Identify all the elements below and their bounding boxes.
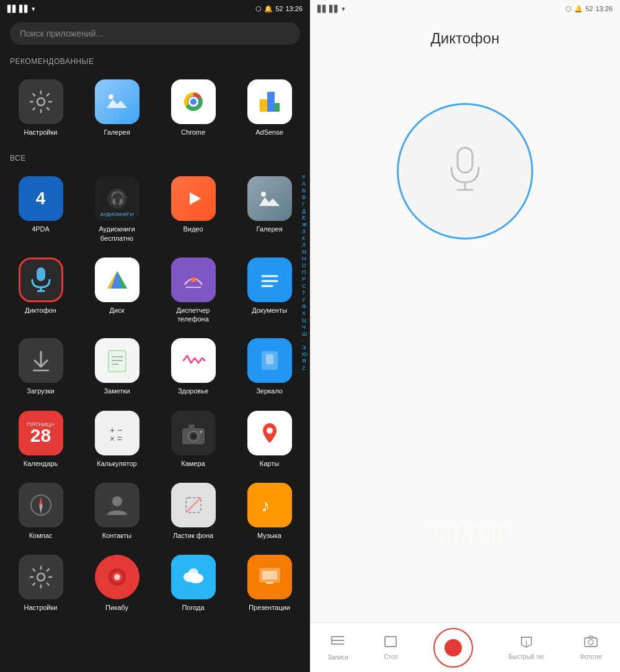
- app-icon-health: [171, 338, 216, 383]
- app-item-settings-rec[interactable]: Настройки: [5, 74, 76, 141]
- signal-icons-left: ▋▋ ▋▋ ▾: [7, 5, 35, 13]
- app-icon-contacts: [95, 483, 140, 527]
- svg-rect-30: [188, 424, 195, 428]
- app-icon-presentations: [247, 555, 292, 599]
- app-icon-audiobooks: 🎧 АУДИОКНИГИ: [95, 176, 140, 221]
- status-bar-left: ▋▋ ▋▋ ▾ ⬡ 🔔 52 13:26: [0, 0, 310, 17]
- app-item-video[interactable]: Видео: [157, 171, 229, 248]
- app-item-adsense[interactable]: AdSense: [234, 74, 305, 141]
- dictophone-panel: ▋▋ ▋▋ ▾ ⬡ 🔔 52 13:26 Диктофон androi: [310, 0, 620, 672]
- app-label-dictophone: Диктофон: [25, 306, 56, 315]
- app-item-music[interactable]: ♪ Музыка: [234, 478, 305, 545]
- svg-text:×  =: × =: [110, 434, 122, 444]
- app-item-maps[interactable]: Карты: [234, 406, 305, 473]
- app-icon-4pda: 4: [19, 176, 63, 221]
- app-item-contacts[interactable]: Контакты: [81, 478, 153, 545]
- app-label-mirror: Зеркало: [256, 387, 283, 395]
- mic-circle-outer: [397, 103, 533, 240]
- records-icon: [330, 634, 345, 652]
- app-item-dictophone[interactable]: Диктофон: [5, 253, 76, 329]
- svg-point-29: [190, 433, 197, 439]
- svg-point-4: [190, 99, 197, 105]
- nav-item-stop[interactable]: Стоп: [383, 635, 398, 660]
- time-right: 13:26: [595, 5, 613, 12]
- app-item-presentations[interactable]: Презентации: [234, 550, 305, 617]
- svg-point-47: [188, 568, 198, 578]
- app-item-chrome[interactable]: Chrome: [157, 74, 229, 141]
- app-item-dispatcher[interactable]: Диспетчер телефона: [157, 253, 229, 329]
- app-item-disk[interactable]: Диск: [81, 253, 153, 329]
- app-icon-calc: + − × =: [95, 411, 140, 455]
- svg-point-44: [114, 574, 120, 580]
- nav-item-quick-tag[interactable]: Быстрый тег: [508, 635, 544, 660]
- app-item-settings2[interactable]: Настройки: [5, 550, 76, 617]
- app-label-maps: Карты: [260, 459, 279, 468]
- nav-item-records[interactable]: Записи: [327, 634, 348, 661]
- app-item-docs[interactable]: Документы: [234, 253, 305, 329]
- photo-tag-label: Фототег: [580, 653, 602, 660]
- app-item-mirror[interactable]: Зеркало: [234, 333, 305, 400]
- app-icon-calendar: пятница 28: [19, 411, 63, 455]
- svg-rect-58: [385, 637, 396, 647]
- app-label-presentations: Презентации: [249, 603, 290, 612]
- alarm-icon-left: 🔔: [264, 5, 273, 13]
- app-item-health[interactable]: Здоровье: [157, 333, 229, 400]
- record-dot: [445, 639, 462, 656]
- app-item-calc[interactable]: + − × = Калькулятор: [81, 406, 153, 473]
- status-right-icons-left: ⬡ 🔔 52 13:26: [255, 5, 303, 13]
- search-placeholder: Поиск приложений...: [20, 29, 103, 38]
- bottom-navigation: Записи Стоп Быстрый тег: [310, 622, 620, 672]
- app-label-gallery2: Галерея: [256, 225, 282, 233]
- app-icon-video: [171, 176, 216, 221]
- app-icon-pikaby: [95, 555, 140, 599]
- app-icon-gallery-rec: [95, 79, 140, 124]
- app-icon-compass: [19, 483, 63, 527]
- signal-strength-left: ▋▋ ▋▋: [7, 5, 29, 13]
- mic-circle-area[interactable]: [391, 97, 539, 246]
- app-label-weather: Погода: [182, 603, 204, 612]
- wifi-icon-left: ▾: [32, 5, 35, 13]
- app-label-downloads: Загрузки: [27, 387, 54, 395]
- app-label-camera: Камера: [181, 459, 205, 468]
- app-item-notes[interactable]: Заметки: [81, 333, 153, 400]
- battery-left: 52: [275, 5, 283, 12]
- app-item-audiobooks[interactable]: 🎧 АУДИОКНИГИ Аудиокниги бесплатно: [81, 171, 153, 248]
- app-search-bar[interactable]: Поиск приложений...: [10, 22, 300, 45]
- svg-rect-24: [266, 354, 273, 364]
- app-item-calendar[interactable]: пятница 28 Календарь: [5, 406, 76, 473]
- app-item-gallery-rec[interactable]: Галерея: [81, 74, 153, 141]
- app-icon-gallery2: [247, 176, 292, 221]
- svg-point-61: [588, 640, 593, 645]
- app-item-weather[interactable]: Погода: [157, 550, 229, 617]
- app-label-notes: Заметки: [104, 387, 130, 395]
- svg-text:♪: ♪: [261, 496, 270, 515]
- time-left: 13:26: [285, 5, 303, 12]
- app-item-compass[interactable]: Компас: [5, 478, 76, 545]
- app-icon-settings-rec: [19, 79, 63, 124]
- app-icon-disk: [95, 258, 140, 302]
- app-icon-eraser: [171, 483, 216, 527]
- app-label-dispatcher: Диспетчер телефона: [177, 306, 210, 324]
- status-bar-right: ▋▋ ▋▋ ▾ ⬡ 🔔 52 13:26: [310, 0, 620, 17]
- all-header: ВСЕ: [0, 146, 310, 166]
- battery-right: 52: [585, 5, 593, 12]
- app-item-camera[interactable]: Камера: [157, 406, 229, 473]
- app-label-calc: Калькулятор: [97, 459, 136, 468]
- app-item-eraser[interactable]: Ластик фона: [157, 478, 229, 545]
- app-icon-docs: [247, 258, 292, 302]
- app-item-4pda[interactable]: 4 4PDA: [5, 171, 76, 248]
- svg-point-31: [200, 431, 202, 433]
- alphabet-index[interactable]: # А Б В Г Д Е Ж З К Л М Н О П Р С Т У Ф …: [302, 174, 308, 371]
- svg-marker-34: [39, 496, 43, 505]
- app-label-calendar: Календарь: [24, 459, 58, 468]
- nav-item-photo-tag[interactable]: Фототег: [580, 635, 602, 660]
- svg-rect-60: [585, 638, 597, 647]
- app-item-gallery2[interactable]: Галерея: [234, 171, 305, 248]
- app-item-downloads[interactable]: Загрузки: [5, 333, 76, 400]
- app-item-pikaby[interactable]: Пикабу: [81, 550, 153, 617]
- record-button[interactable]: [433, 628, 473, 668]
- recommended-grid: Настройки Галерея: [0, 69, 310, 146]
- recommended-header: РЕКОМЕНДОВАННЫЕ: [0, 50, 310, 69]
- app-label-audiobooks: Аудиокниги бесплатно: [99, 225, 135, 243]
- svg-point-13: [191, 277, 196, 282]
